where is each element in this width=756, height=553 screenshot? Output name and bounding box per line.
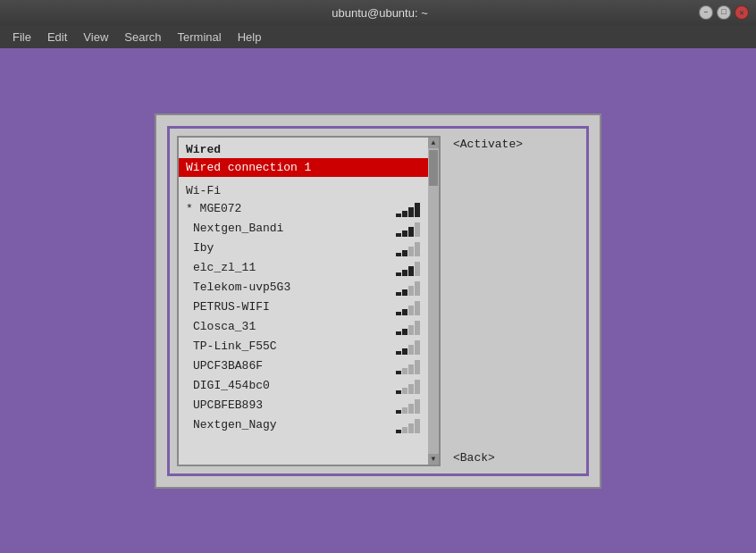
- network-name: Iby: [193, 241, 396, 255]
- window-title: ubuntu@ubuntu: ~: [61, 6, 699, 20]
- network-name: UPCF3BA86F: [193, 359, 396, 373]
- dialog-outer: Wired Wired connection 1 Wi-Fi * MGE072: [155, 113, 601, 489]
- list-item[interactable]: Closca_31: [179, 317, 439, 337]
- network-name: elc_zl_11: [193, 261, 396, 274]
- signal-icon: [396, 358, 428, 374]
- menu-bar: File Edit View Search Terminal Help: [0, 25, 756, 48]
- back-button[interactable]: <Back>: [449, 449, 526, 466]
- terminal-area: Wired Wired connection 1 Wi-Fi * MGE072: [0, 48, 756, 553]
- list-item[interactable]: * MGE072: [179, 199, 439, 219]
- network-list-container: Wired Wired connection 1 Wi-Fi * MGE072: [177, 136, 579, 466]
- signal-icon: [396, 299, 428, 315]
- scroll-thumb[interactable]: [429, 150, 438, 186]
- network-name: DIGI_454bc0: [193, 379, 396, 392]
- list-item[interactable]: DIGI_454bc0: [179, 376, 439, 396]
- network-name: Closca_31: [193, 320, 396, 333]
- network-name: Nextgen_Nagy: [193, 418, 396, 432]
- signal-icon: [396, 201, 428, 217]
- list-content: Wired Wired connection 1 Wi-Fi * MGE072: [179, 138, 439, 439]
- list-item[interactable]: Nextgen_Nagy: [179, 415, 439, 435]
- signal-icon: [396, 260, 428, 276]
- menu-view[interactable]: View: [76, 29, 115, 46]
- network-name: PETRUS-WIFI: [193, 300, 396, 314]
- wired-connection-item[interactable]: Wired connection 1: [179, 158, 439, 177]
- menu-terminal[interactable]: Terminal: [171, 29, 229, 46]
- wifi-section-header: Wi-Fi: [179, 182, 439, 199]
- signal-icon: [396, 221, 428, 237]
- network-name: * MGE072: [186, 202, 396, 215]
- list-item[interactable]: PETRUS-WIFI: [179, 297, 439, 317]
- list-item[interactable]: Telekom-uvp5G3: [179, 278, 439, 297]
- list-item[interactable]: UPCBFEB893: [179, 396, 439, 415]
- menu-edit[interactable]: Edit: [40, 29, 74, 46]
- scroll-up-button[interactable]: ▲: [428, 138, 439, 148]
- network-name: Nextgen_Bandi: [193, 222, 396, 235]
- dialog-inner: Wired Wired connection 1 Wi-Fi * MGE072: [167, 126, 589, 476]
- menu-file[interactable]: File: [5, 29, 38, 46]
- list-item[interactable]: TP-Link_F55C: [179, 337, 439, 356]
- menu-search[interactable]: Search: [117, 29, 168, 46]
- close-button[interactable]: ✕: [735, 5, 749, 20]
- scrollbar[interactable]: ▲ ▼: [428, 138, 439, 465]
- signal-icon: [396, 398, 428, 414]
- network-name: TP-Link_F55C: [193, 339, 396, 353]
- window-controls: – □ ✕: [699, 5, 749, 20]
- side-buttons: <Activate> <Back>: [449, 136, 526, 466]
- list-item[interactable]: elc_zl_11: [179, 258, 439, 278]
- signal-icon: [396, 240, 428, 256]
- network-name: UPCBFEB893: [193, 398, 396, 412]
- signal-icon: [396, 378, 428, 394]
- scroll-down-button[interactable]: ▼: [428, 454, 439, 465]
- wired-section-header: Wired: [179, 141, 439, 158]
- menu-help[interactable]: Help: [231, 29, 269, 46]
- list-item[interactable]: UPCF3BA86F: [179, 356, 439, 376]
- activate-button[interactable]: <Activate>: [449, 136, 526, 153]
- maximize-button[interactable]: □: [717, 5, 731, 20]
- network-list-box[interactable]: Wired Wired connection 1 Wi-Fi * MGE072: [177, 136, 441, 466]
- signal-icon: [396, 417, 428, 433]
- minimize-button[interactable]: –: [699, 5, 713, 20]
- signal-icon: [396, 339, 428, 355]
- list-item[interactable]: Iby: [179, 239, 439, 258]
- signal-icon: [396, 319, 428, 335]
- title-bar: ubuntu@ubuntu: ~ – □ ✕: [0, 0, 756, 25]
- list-item[interactable]: Nextgen_Bandi: [179, 219, 439, 239]
- network-name: Telekom-uvp5G3: [193, 281, 396, 294]
- signal-icon: [396, 280, 428, 296]
